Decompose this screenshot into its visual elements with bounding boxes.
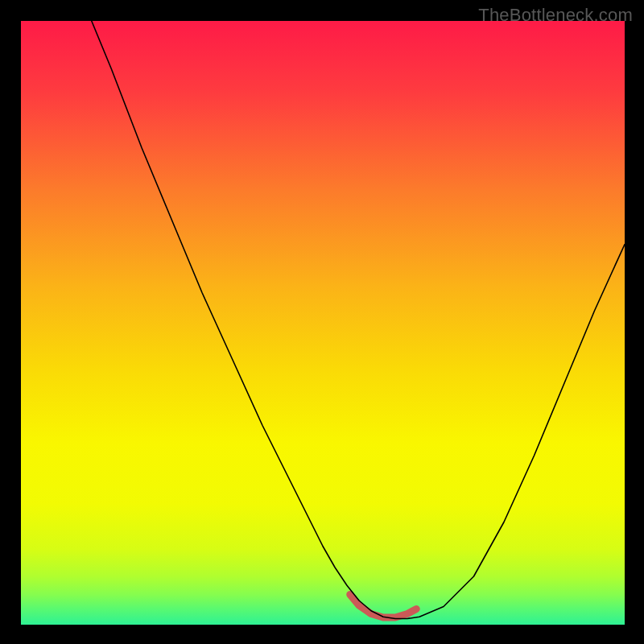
plot-area: [21, 21, 625, 625]
chart-container: TheBottleneck.com: [0, 0, 644, 644]
chart-svg: [21, 21, 625, 625]
gradient-background: [21, 21, 625, 625]
